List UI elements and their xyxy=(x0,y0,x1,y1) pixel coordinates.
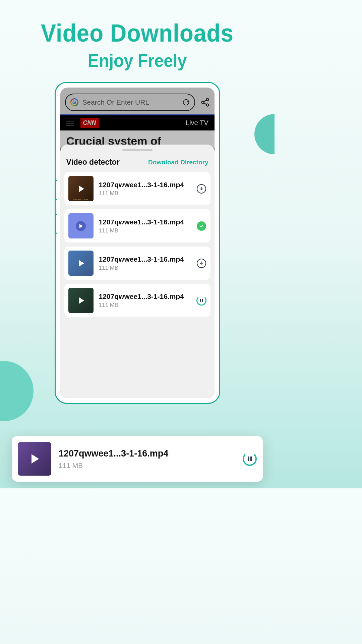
download-icon xyxy=(197,184,206,194)
play-icon xyxy=(79,185,84,192)
video-filename: 1207qwwee1...3-1-16.mp4 xyxy=(99,292,191,301)
decorative-circle xyxy=(0,361,34,421)
phone-side-button xyxy=(55,214,57,234)
cnn-logo[interactable]: CNN xyxy=(80,118,99,128)
headline-sub: Enjoy Freely xyxy=(11,50,263,71)
download-button[interactable] xyxy=(196,184,206,194)
phone-side-button xyxy=(55,180,57,200)
video-detector-sheet: Video detector Download Directory SHAWSH… xyxy=(60,145,215,398)
browser-address-bar: Search Or Enter URL xyxy=(60,88,215,114)
menu-icon[interactable] xyxy=(66,121,74,125)
video-filesize: 111 MB xyxy=(99,302,191,309)
cnn-header: CNN Live TV xyxy=(60,114,215,130)
svg-line-3 xyxy=(204,100,206,102)
headline-main: Video Downloads xyxy=(14,18,261,47)
phone-frame: Search Or Enter URL CNN Live TV Crucial … xyxy=(55,82,220,404)
video-info: 1207qwwee1...3-1-16.mp4 111 MB xyxy=(99,255,191,271)
decorative-circle xyxy=(254,114,275,154)
video-thumbnail xyxy=(68,213,94,238)
svg-point-2 xyxy=(206,104,208,106)
video-filesize: 111 MB xyxy=(99,265,191,271)
video-filesize: 111 MB xyxy=(99,227,191,234)
svg-line-4 xyxy=(204,103,206,105)
svg-point-0 xyxy=(206,98,208,101)
video-list-item[interactable]: 1207qwwee1...3-1-16.mp4 111 MB xyxy=(64,209,210,243)
play-icon xyxy=(79,297,84,304)
download-button[interactable] xyxy=(196,258,206,268)
download-toast[interactable]: 1207qwwee1...3-1-16.mp4 111 MB xyxy=(12,436,263,482)
video-info: 1207qwwee1...3-1-16.mp4 111 MB xyxy=(99,292,191,309)
pause-button[interactable] xyxy=(196,296,206,306)
download-directory-link[interactable]: Download Directory xyxy=(148,159,208,166)
drag-handle[interactable] xyxy=(122,149,153,151)
video-filesize: 111 MB xyxy=(99,190,191,197)
search-placeholder: Search Or Enter URL xyxy=(82,98,178,106)
play-icon xyxy=(32,454,39,464)
video-thumbnail xyxy=(68,288,94,313)
video-filename: 1207qwwee1...3-1-16.mp4 xyxy=(99,218,191,226)
thumbnail-label: SHAWSHANK xyxy=(68,199,94,201)
video-filename: 1207qwwee1...3-1-16.mp4 xyxy=(99,181,191,189)
video-list-item[interactable]: 1207qwwee1...3-1-16.mp4 111 MB xyxy=(64,284,210,317)
google-icon xyxy=(70,98,78,106)
video-thumbnail xyxy=(68,251,94,276)
play-icon xyxy=(76,221,86,231)
video-thumbnail: SHAWSHANK xyxy=(68,176,94,201)
sheet-header: Video detector Download Directory xyxy=(64,158,210,172)
video-info: 1207qwwee1...3-1-16.mp4 111 MB xyxy=(99,218,191,234)
downloaded-indicator xyxy=(196,221,206,231)
play-icon xyxy=(79,260,84,267)
video-thumbnail xyxy=(18,442,51,476)
phone-screen: Search Or Enter URL CNN Live TV Crucial … xyxy=(60,88,215,398)
download-icon xyxy=(197,259,206,268)
svg-point-1 xyxy=(201,101,204,104)
refresh-icon[interactable] xyxy=(182,99,190,106)
pause-button[interactable] xyxy=(243,452,257,466)
sheet-title: Video detector xyxy=(66,158,120,167)
video-info: 1207qwwee1...3-1-16.mp4 111 MB xyxy=(59,448,235,470)
check-icon xyxy=(197,221,206,231)
video-info: 1207qwwee1...3-1-16.mp4 111 MB xyxy=(99,181,191,197)
video-list-item[interactable]: SHAWSHANK 1207qwwee1...3-1-16.mp4 111 MB xyxy=(64,172,210,205)
video-filename: 1207qwwee1...3-1-16.mp4 xyxy=(59,448,235,459)
video-filesize: 111 MB xyxy=(59,462,235,470)
search-input[interactable]: Search Or Enter URL xyxy=(65,94,195,111)
headline: Video Downloads Enjoy Freely xyxy=(0,0,275,71)
video-filename: 1207qwwee1...3-1-16.mp4 xyxy=(99,255,191,263)
pause-icon xyxy=(248,457,252,461)
share-icon[interactable] xyxy=(200,98,210,107)
pause-icon xyxy=(196,296,206,306)
live-tv-link[interactable]: Live TV xyxy=(186,119,208,127)
video-list-item[interactable]: 1207qwwee1...3-1-16.mp4 111 MB xyxy=(64,247,210,280)
